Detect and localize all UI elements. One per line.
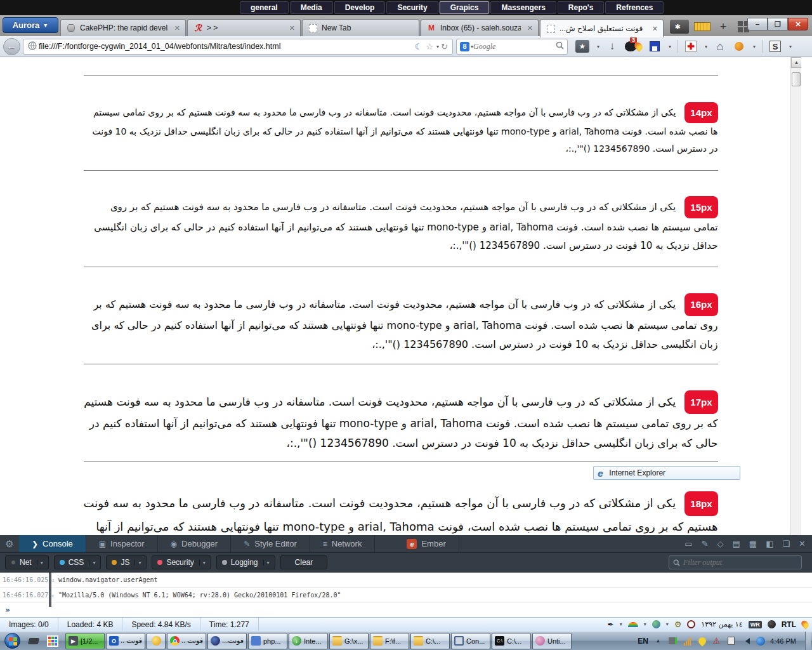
close-button[interactable]: ✕ (788, 18, 808, 30)
eyedropper-icon[interactable]: ✒ (608, 620, 614, 629)
crescent-addon-icon[interactable]: ☾ (415, 42, 422, 51)
tab-cakephp[interactable]: CakePHP: the rapid devel... ✕ (60, 19, 186, 36)
search-icon[interactable] (556, 41, 564, 52)
stylish-addon-icon[interactable]: S (769, 39, 782, 53)
language-indicator[interactable]: EN (638, 637, 648, 646)
chevron-down-icon[interactable]: ▾ (620, 621, 622, 627)
filter-net-button[interactable]: Net ▾ (5, 555, 49, 569)
github-octocat-icon[interactable]: 3 (625, 39, 642, 53)
firebug-icon[interactable] (733, 39, 745, 53)
chevron-down-icon[interactable]: ▾ (753, 44, 756, 50)
taskbar-button-chrome[interactable]: فونت ... (167, 633, 206, 649)
devtools-tab-ember[interactable]: e Ember (394, 535, 459, 552)
taskbar-button-orb-app[interactable] (147, 633, 166, 649)
scratchpad-icon[interactable]: ▦ (749, 539, 757, 548)
display-tray-icon[interactable] (668, 636, 678, 646)
tab-new-tab[interactable]: New Tab (302, 19, 419, 36)
tab-font-test-active[interactable]: فونت نستعلیق اصلاح ش... ✕ (540, 19, 664, 37)
taskbar-button-php[interactable]: php... (248, 633, 287, 649)
globe-addon-icon[interactable] (652, 620, 660, 628)
dark-orb-icon[interactable] (768, 620, 776, 628)
back-button[interactable]: ← (3, 38, 20, 55)
bookmark-item-general[interactable]: general (240, 1, 289, 14)
column-splitter[interactable] (49, 573, 51, 607)
pinned-device-icon[interactable] (27, 634, 41, 648)
gear-warning-icon[interactable]: ⚙ (674, 620, 682, 629)
devtools-tab-network[interactable]: ≡ Network (310, 535, 376, 552)
filter-output-input[interactable] (683, 558, 797, 567)
downloads-icon[interactable]: ↓ (606, 39, 619, 53)
chevron-down-icon[interactable]: ▾ (37, 560, 43, 566)
hidden-icons-arrow[interactable]: ▲ (653, 636, 663, 646)
devtools-tab-debugger[interactable]: ◉ Debugger (158, 535, 232, 552)
devtools-tab-inspector[interactable]: ▣ Inspector (86, 535, 158, 552)
search-bar[interactable]: 8 ▾ (456, 39, 568, 55)
bookmarks-menu-icon[interactable]: ★ (575, 40, 589, 53)
clipboard-tray-icon[interactable] (726, 636, 736, 646)
clock-time[interactable]: 4:46 PM (770, 637, 796, 645)
bookmark-item-repos[interactable]: Repo's (558, 1, 605, 14)
reload-icon[interactable]: ↻ (441, 42, 448, 51)
tab-close-icon[interactable]: ✕ (289, 24, 295, 32)
terminal-icon[interactable]: ▭ (684, 539, 692, 548)
speaker-tray-icon[interactable] (741, 636, 750, 646)
dock-side-icon[interactable]: ◧ (766, 539, 773, 548)
tab-gmail-inbox[interactable]: M Inbox (65) - saleh.souzanc... ✕ (421, 19, 539, 36)
chevron-down-icon[interactable]: ▾ (199, 560, 206, 566)
taskbar-button-cmd[interactable]: C:\ C:\... (492, 633, 531, 649)
downthemall-icon[interactable]: ✚ (684, 39, 697, 53)
chevron-down-icon[interactable]: ▾ (789, 44, 792, 50)
url-input[interactable] (39, 42, 413, 51)
bookmark-item-develop[interactable]: Develop (334, 1, 386, 14)
popout-icon[interactable]: ❏ (782, 539, 790, 548)
chevron-down-icon[interactable]: ▾ (263, 560, 270, 566)
chevron-down-icon[interactable]: ▾ (669, 44, 671, 50)
tab-red-script[interactable]: ℛ > > ✕ (187, 19, 301, 36)
bookmark-item-massengers[interactable]: Massengers (490, 1, 556, 14)
bookmark-star-icon[interactable]: ☆ (426, 42, 433, 51)
scroll-up-arrow[interactable]: ▲ (791, 57, 801, 68)
home-icon[interactable]: ⌂ (714, 39, 726, 53)
devtools-tab-console[interactable]: ❯ Console (19, 535, 86, 552)
chevron-down-icon[interactable]: ▾ (134, 560, 141, 566)
tilt-3d-icon[interactable]: ◇ (717, 539, 724, 548)
responsive-mode-icon[interactable]: ▤ (733, 539, 740, 548)
language-bar-orb-icon[interactable] (756, 636, 765, 646)
filter-output-box[interactable] (669, 555, 802, 569)
warning-tray-icon[interactable]: ⚠ (712, 636, 721, 646)
save-page-icon[interactable] (648, 39, 661, 53)
signal-tray-icon[interactable] (683, 636, 692, 646)
pinned-launcher-icon[interactable] (46, 634, 60, 648)
start-button[interactable] (4, 633, 20, 649)
scrollbar-thumb[interactable] (792, 72, 801, 86)
rainbow-addon-icon[interactable] (628, 622, 638, 627)
taskbar-button-font-doc[interactable]: O فونت ... (106, 633, 145, 649)
bookmark-item-media[interactable]: Media (290, 1, 333, 14)
console-result-row[interactable]: 16:46:16.027 ▷ "Mozilla/5.0 (Windows NT … (0, 588, 812, 603)
measureit-ruler-icon[interactable] (694, 20, 710, 34)
taskbar-button-aurora[interactable]: فونت... (207, 633, 247, 649)
app-menu-button[interactable]: Aurora ▼ (3, 17, 58, 33)
chevron-down-icon[interactable]: ▾ (705, 44, 707, 50)
tab-close-icon[interactable]: ✕ (174, 24, 180, 32)
taskbar-button-kmplayer[interactable]: ▶ [1/2... (65, 633, 105, 649)
chevron-down-icon[interactable]: ▾ (597, 44, 599, 50)
chevron-down-icon[interactable]: ▾ (436, 44, 439, 50)
flame-icon[interactable] (800, 619, 810, 629)
new-tab-button[interactable]: + (716, 20, 731, 34)
chevron-down-icon[interactable]: ▾ (89, 560, 95, 566)
minimize-button[interactable]: – (747, 18, 768, 30)
taskbar-button-paint[interactable]: Unti... (532, 633, 572, 649)
search-input[interactable] (473, 42, 556, 51)
chevron-down-icon[interactable]: ▾ (644, 621, 646, 627)
bookmark-item-refrences[interactable]: Refrences (605, 1, 664, 14)
filter-css-button[interactable]: CSS ▾ (54, 555, 102, 569)
tab-close-icon[interactable]: ✕ (652, 25, 658, 33)
taskbar-button-folder-f[interactable]: F:\f... (370, 633, 409, 649)
vertical-scrollbar[interactable]: ▲ (790, 57, 801, 535)
close-devtools-icon[interactable]: ✕ (799, 539, 806, 548)
show-desktop-button[interactable] (805, 632, 811, 650)
wr-badge[interactable]: WR (749, 621, 762, 628)
paintbrush-icon[interactable]: ✎ (702, 539, 709, 548)
rtl-toggle[interactable]: RTL (782, 620, 796, 629)
